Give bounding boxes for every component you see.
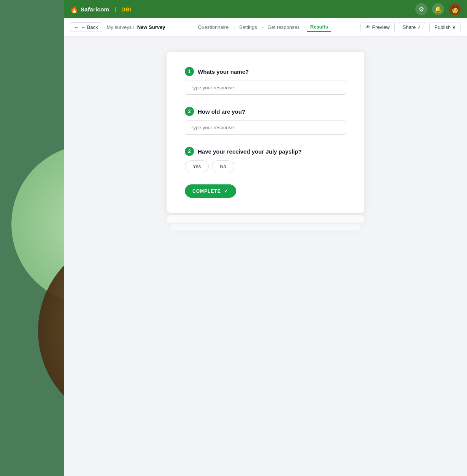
logo-d: D bbox=[121, 6, 125, 13]
question-1-text: Whats your name? bbox=[198, 68, 249, 75]
question-2-header: 2 How old are you? bbox=[185, 107, 346, 116]
question-1-header: 1 Whats your name? bbox=[185, 67, 346, 76]
question-2-text: How old are you? bbox=[198, 108, 245, 115]
sub-navbar: ← ← Back My surveys / New Survey Questio… bbox=[64, 18, 467, 36]
complete-check-icon: ✓ bbox=[224, 188, 229, 194]
breadcrumb-prefix: My surveys / bbox=[107, 24, 135, 30]
survey-stack: 1 Whats your name? 2 How old are you? bbox=[167, 52, 364, 230]
back-arrow-icon: ← bbox=[74, 24, 79, 30]
logo-accent: BI bbox=[125, 6, 131, 13]
back-label: ← Back bbox=[81, 24, 98, 30]
logo-separator: | bbox=[114, 6, 116, 12]
navbar: 🔥 Safaricom | DBI ⚙ 🔔 👩 bbox=[64, 0, 467, 18]
navbar-right: ⚙ 🔔 👩 bbox=[415, 3, 461, 15]
back-button[interactable]: ← ← Back bbox=[70, 22, 102, 32]
question-1-number: 1 bbox=[185, 67, 194, 76]
publish-label: Publish bbox=[434, 24, 451, 30]
step-results[interactable]: Results bbox=[307, 22, 331, 32]
user-avatar[interactable]: 👩 bbox=[449, 3, 461, 15]
step-nav: Questionnaire › Settings › Get responses… bbox=[195, 22, 331, 32]
safaricom-logo-icon: 🔥 bbox=[70, 5, 78, 13]
question-2-number: 2 bbox=[185, 107, 194, 116]
yes-label: Yes bbox=[193, 163, 201, 169]
yes-no-group: Yes No bbox=[185, 160, 346, 172]
survey-card: 1 Whats your name? 2 How old are you? bbox=[167, 52, 364, 213]
settings-icon: ⚙ bbox=[419, 6, 424, 13]
sub-navbar-left: ← ← Back My surveys / New Survey bbox=[70, 22, 165, 32]
survey-card-shadow-2 bbox=[170, 224, 361, 230]
survey-card-shadow-1 bbox=[167, 215, 364, 223]
avatar-image: 👩 bbox=[450, 5, 460, 14]
yes-button[interactable]: Yes bbox=[185, 160, 209, 172]
question-2: 2 How old are you? bbox=[185, 107, 346, 135]
settings-button[interactable]: ⚙ bbox=[415, 3, 427, 15]
share-button[interactable]: Share ✓ bbox=[398, 22, 427, 32]
complete-label: COMPLETE bbox=[192, 189, 221, 194]
eye-icon: 👁 bbox=[365, 24, 370, 30]
preview-button[interactable]: 👁 Preview bbox=[361, 22, 394, 32]
chevron-icon-2: › bbox=[262, 25, 263, 30]
share-label: Share bbox=[403, 24, 416, 30]
question-3-text: Have your received your July payslip? bbox=[198, 148, 302, 155]
preview-label: Preview bbox=[372, 24, 389, 30]
step-questionnaire[interactable]: Questionnaire bbox=[195, 23, 232, 32]
question-1-input[interactable] bbox=[185, 81, 346, 95]
question-2-input[interactable] bbox=[185, 121, 346, 135]
sub-navbar-right: 👁 Preview Share ✓ Publish ∨ bbox=[361, 22, 461, 32]
question-3-header: 2 Have your received your July payslip? bbox=[185, 147, 346, 156]
no-label: No bbox=[220, 163, 226, 169]
bell-icon: 🔔 bbox=[434, 6, 442, 13]
question-3-number: 2 bbox=[185, 147, 194, 156]
question-3: 2 Have your received your July payslip? … bbox=[185, 147, 346, 172]
chevron-icon-1: › bbox=[233, 25, 235, 30]
logo-safaricom: Safaricom bbox=[81, 6, 109, 13]
question-1: 1 Whats your name? bbox=[185, 67, 346, 95]
notifications-button[interactable]: 🔔 bbox=[432, 3, 444, 15]
content-area: 1 Whats your name? 2 How old are you? bbox=[64, 36, 467, 476]
step-get-responses[interactable]: Get responses bbox=[264, 23, 303, 32]
publish-button[interactable]: Publish ∨ bbox=[429, 22, 461, 32]
no-button[interactable]: No bbox=[212, 160, 234, 172]
main-card: 🔥 Safaricom | DBI ⚙ 🔔 👩 ← ← Back bbox=[64, 0, 467, 476]
breadcrumb-current: New Survey bbox=[137, 24, 165, 30]
navbar-left: 🔥 Safaricom | DBI bbox=[70, 5, 131, 13]
breadcrumb: My surveys / New Survey bbox=[107, 24, 165, 30]
complete-button[interactable]: COMPLETE ✓ bbox=[185, 184, 236, 198]
chevron-down-icon: ∨ bbox=[452, 24, 456, 30]
chevron-icon-3: › bbox=[304, 25, 306, 30]
check-icon: ✓ bbox=[417, 24, 421, 30]
logo-dobi: DBI bbox=[121, 6, 131, 13]
step-settings[interactable]: Settings bbox=[236, 23, 260, 32]
